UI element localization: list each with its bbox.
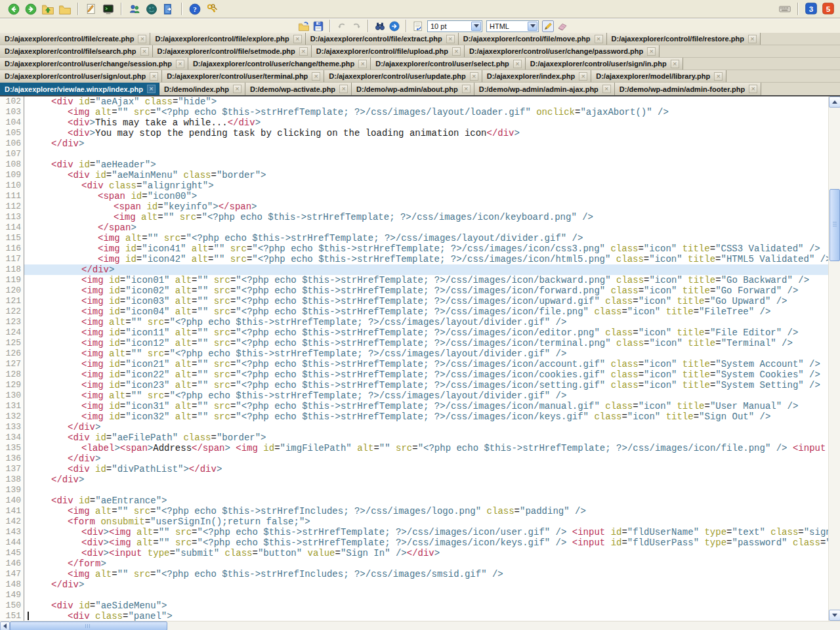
tab-close-icon[interactable]: × [339, 85, 348, 93]
code-line[interactable]: 123<img alt="" src="<?php echo $this->st… [0, 317, 828, 327]
tab[interactable]: D:/ajaxexplorer/control/file/restore.php… [607, 33, 761, 45]
system-account-icon[interactable] [127, 2, 142, 16]
code-line[interactable]: 104<div>This may take a while...</div> [0, 117, 828, 128]
go-forward-icon[interactable] [24, 2, 38, 16]
tab[interactable]: D:/ajaxexplorer/control/user/change/sess… [0, 58, 188, 70]
code-line[interactable]: 129<img id="icon23" alt="" src="<?php ec… [0, 380, 828, 390]
tab-close-icon[interactable]: × [358, 60, 367, 68]
code-line[interactable]: 149 [0, 590, 828, 600]
tab[interactable]: D:/ajaxexplorer/view/ae.winxp/index.php× [0, 83, 159, 95]
tab[interactable]: D:/ajaxexplorer/model/library.php× [591, 70, 726, 82]
tab[interactable]: D:/ajaxexplorer/control/user/change/pass… [465, 45, 660, 57]
tab[interactable]: D:/demo/wp-admin/admin-footer.php× [615, 83, 761, 95]
code-line[interactable]: 124<img id="icon11" alt="" src="<?php ec… [0, 327, 828, 338]
code-line[interactable]: 148</div> [0, 579, 828, 590]
code-line[interactable]: 122<img id="icon04" alt="" src="<?php ec… [0, 306, 828, 317]
chevron-down-icon[interactable] [528, 22, 537, 31]
tab-close-icon[interactable]: × [176, 60, 184, 68]
word-wrap-icon[interactable] [412, 20, 424, 32]
tab-close-icon[interactable]: × [647, 47, 656, 56]
open-file-icon[interactable] [298, 20, 310, 32]
tab[interactable]: D:/ajaxexplorer/control/user/sign/out.ph… [0, 70, 162, 82]
tab-close-icon[interactable]: × [748, 35, 757, 43]
code-line[interactable]: 135<label><span>Address</span> <img id="… [0, 443, 828, 453]
tab-close-icon[interactable]: × [140, 47, 149, 56]
file-editor-icon[interactable] [84, 2, 98, 16]
code-line[interactable]: 125<img id="icon12" alt="" src="<?php ec… [0, 338, 828, 348]
tab[interactable]: D:/ajaxexplorer/control/file/explore.php… [150, 33, 305, 45]
go-backward-icon[interactable] [7, 2, 21, 16]
code-line[interactable]: 120<img id="icon02" alt="" src="<?php ec… [0, 285, 828, 296]
save-icon[interactable] [312, 20, 324, 32]
user-manual-icon[interactable]: ? [188, 2, 202, 16]
redo-icon[interactable] [350, 20, 362, 32]
tab[interactable]: D:/demo/wp-admin/admin-ajax.php× [474, 83, 615, 95]
scroll-down-icon[interactable] [829, 610, 840, 621]
code-line[interactable]: 121<img id="icon03" alt="" src="<?php ec… [0, 296, 828, 306]
tab[interactable]: D:/ajaxexplorer/control/user/terminal.ph… [162, 70, 324, 82]
tab-close-icon[interactable]: × [749, 85, 757, 93]
code-editor[interactable]: 102<div id="aeAjax" class="hide">103<img… [0, 96, 840, 621]
horizontal-scrollbar[interactable] [0, 621, 840, 630]
code-line[interactable]: 147<img alt="" src="<?php echo $this->st… [0, 569, 828, 579]
tab[interactable]: D:/demo/wp-admin/about.php× [352, 83, 474, 95]
code-line[interactable]: 143<div><img alt="" src="<?php echo $thi… [0, 527, 828, 537]
vertical-scrollbar-thumb[interactable] [830, 189, 840, 261]
tab[interactable]: D:/demo/wp-activate.php× [245, 83, 352, 95]
tab-close-icon[interactable]: × [312, 72, 320, 81]
code-line[interactable]: 112<span id="keyinfo"></span> [0, 201, 828, 212]
terminal-icon[interactable] [101, 2, 116, 16]
code-line[interactable]: 145<div><input type="submit" class="butt… [0, 548, 828, 558]
tab-close-icon[interactable]: × [138, 35, 146, 43]
tab[interactable]: D:/ajaxexplorer/control/user/update.php× [324, 70, 482, 82]
tab-close-icon[interactable]: × [452, 47, 461, 56]
system-cookies-icon[interactable] [144, 2, 159, 16]
code-line[interactable]: 146</form> [0, 558, 828, 569]
tab-close-icon[interactable]: × [595, 35, 603, 43]
scroll-up-icon[interactable] [829, 96, 840, 108]
code-line[interactable]: 141<img alt="" src="<?php echo $this->st… [0, 506, 828, 516]
sign-out-keys-icon[interactable] [205, 2, 219, 16]
tab[interactable]: D:/ajaxexplorer/control/user/change/them… [188, 58, 371, 70]
code-line[interactable]: 127<img id="icon21" alt="" src="<?php ec… [0, 359, 828, 369]
tab[interactable]: D:/ajaxexplorer/control/file/move.php× [459, 33, 607, 45]
tab-close-icon[interactable]: × [671, 60, 679, 68]
code-line[interactable]: 105<div>You may stop the pending task by… [0, 128, 828, 138]
tab[interactable]: D:/ajaxexplorer/index.php× [482, 70, 591, 82]
code-line[interactable]: 106</div> [0, 138, 828, 149]
tab-close-icon[interactable]: × [602, 85, 611, 93]
file-tree-icon[interactable] [58, 2, 72, 16]
code-line[interactable]: 137<div id="divPathList"></div> [0, 464, 828, 474]
code-line[interactable]: 138</div> [0, 474, 828, 485]
tab[interactable]: D:/ajaxexplorer/control/file/extract.php… [306, 33, 459, 45]
tab-close-icon[interactable]: × [147, 85, 156, 93]
clear-eraser-icon[interactable] [556, 20, 568, 32]
tab[interactable]: D:/ajaxexplorer/control/file/upload.php× [312, 45, 465, 57]
code-line[interactable]: 110<div class="alignright"> [0, 180, 828, 191]
code-line[interactable]: 131<img id="icon31" alt="" src="<?php ec… [0, 401, 828, 411]
highlight-icon[interactable] [542, 20, 554, 32]
tab[interactable]: D:/ajaxexplorer/control/file/setmode.php… [153, 45, 312, 57]
code-line[interactable]: 113<img alt="" src="<?php echo $this->st… [0, 212, 828, 222]
vertical-scrollbar[interactable] [828, 96, 840, 621]
code-line[interactable]: 109<div id="aeMainMenu" class="border"> [0, 170, 828, 180]
tab-close-icon[interactable]: × [470, 72, 478, 81]
code-line[interactable]: 133</div> [0, 422, 828, 432]
undo-icon[interactable] [336, 20, 348, 32]
syntax-select[interactable]: HTML [486, 20, 539, 32]
code-line[interactable]: 118</div> [0, 264, 828, 275]
tab-close-icon[interactable]: × [462, 85, 471, 93]
go-icon[interactable] [388, 20, 400, 32]
go-upward-icon[interactable] [41, 2, 55, 16]
code-line[interactable]: 116<img id="icon41" alt="" src="<?php ec… [0, 243, 828, 254]
code-line[interactable]: 140<div id="aeEntrance"> [0, 495, 828, 506]
code-line[interactable]: 142<form onsubmit="userSignIn();return f… [0, 516, 828, 527]
tab[interactable]: D:/ajaxexplorer/control/file/search.php× [0, 45, 153, 57]
code-line[interactable]: 102<div id="aeAjax" class="hide"> [0, 96, 828, 107]
find-icon[interactable] [374, 20, 386, 32]
tab-close-icon[interactable]: × [513, 60, 522, 68]
code-line[interactable]: 151<div class="panel"> [0, 611, 828, 621]
tab-close-icon[interactable]: × [299, 47, 308, 56]
tab-close-icon[interactable]: × [446, 35, 455, 43]
code-line[interactable]: 128<img id="icon22" alt="" src="<?php ec… [0, 369, 828, 380]
